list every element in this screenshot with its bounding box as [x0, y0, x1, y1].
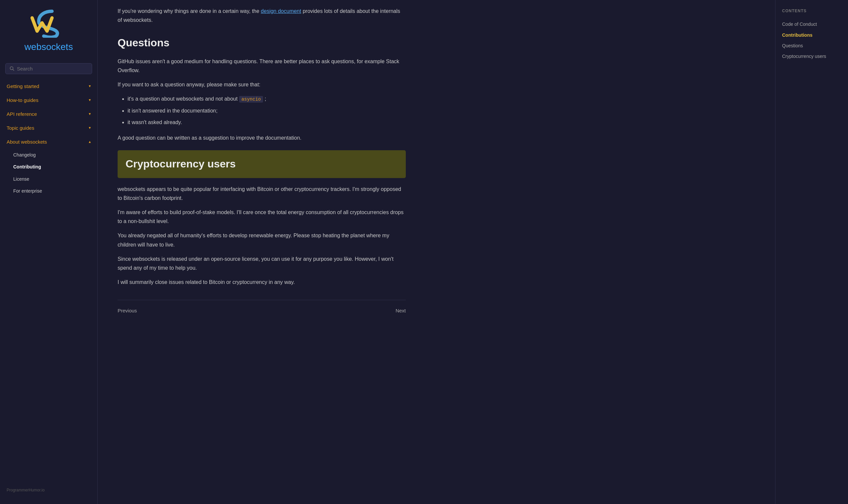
sidebar-sub-contributing[interactable]: Contributing: [0, 161, 98, 173]
sidebar-item-api-reference[interactable]: API reference ▾: [0, 107, 98, 121]
main-content: If you're wondering why things are done …: [98, 0, 495, 504]
questions-heading: Questions: [118, 34, 406, 51]
questions-list: it's a question about websockets and not…: [127, 94, 406, 127]
sidebar-item-topic-guides[interactable]: Topic guides ▾: [0, 121, 98, 135]
chevron-down-icon: ▾: [89, 97, 91, 103]
intro-paragraph: If you're wondering why things are done …: [118, 6, 406, 24]
crypto-p3: You already negated all of humanity's ef…: [118, 231, 406, 249]
search-box[interactable]: [5, 63, 92, 74]
nav-section: Getting started ▾ How-to guides ▾ API re…: [0, 79, 98, 200]
sidebar-sub-changelog[interactable]: Changelog: [0, 149, 98, 161]
footer-text: ProgrammerHumor.io: [0, 483, 98, 498]
sidebar-item-about-websockets[interactable]: About websockets ▴: [0, 135, 98, 149]
questions-p3: A good question can be written as a sugg…: [118, 133, 406, 142]
toc-item-cryptocurrency-users[interactable]: Cryptocurrency users: [782, 51, 842, 61]
crypto-p1: websockets appears to be quite popular f…: [118, 185, 406, 202]
sidebar-item-getting-started[interactable]: Getting started ▾: [0, 79, 98, 93]
chevron-down-icon: ▾: [89, 83, 91, 89]
asyncio-code: asyncio: [239, 96, 263, 103]
sidebar-sub-license[interactable]: License: [0, 173, 98, 185]
sidebar-sub-for-enterprise[interactable]: For enterprise: [0, 185, 98, 197]
svg-line-1: [13, 70, 14, 71]
next-button[interactable]: Next: [396, 307, 406, 315]
bottom-navigation: Previous Next: [118, 300, 406, 315]
questions-p1: GitHub issues aren't a good medium for h…: [118, 57, 406, 75]
list-item: it's a question about websockets and not…: [127, 94, 406, 104]
search-input[interactable]: [17, 66, 88, 71]
logo-text: websockets: [24, 40, 73, 55]
questions-p2: If you want to ask a question anyway, pl…: [118, 80, 406, 89]
crypto-p5: I will summarily close issues related to…: [118, 278, 406, 287]
chevron-down-icon: ▾: [89, 125, 91, 131]
cryptocurrency-users-heading-block: Cryptocurrency users: [118, 150, 406, 178]
content-area: If you're wondering why things are done …: [118, 6, 406, 315]
chevron-up-icon: ▴: [89, 139, 91, 145]
crypto-p4: Since websockets is released under an op…: [118, 254, 406, 272]
logo-area: websockets: [0, 0, 98, 60]
previous-button[interactable]: Previous: [118, 307, 137, 315]
sidebar: websockets Getting started ▾ How-to guid…: [0, 0, 98, 504]
chevron-down-icon: ▾: [89, 111, 91, 117]
sidebar-item-how-to-guides[interactable]: How-to guides ▾: [0, 93, 98, 107]
cryptocurrency-heading: Cryptocurrency users: [125, 156, 398, 173]
logo-image: [29, 8, 69, 38]
table-of-contents: CONTENTS Code of Conduct Contributions Q…: [775, 0, 848, 504]
search-icon: [10, 66, 14, 71]
list-item: it wasn't asked already.: [127, 118, 406, 127]
design-document-link[interactable]: design document: [261, 8, 301, 14]
toc-item-contributions[interactable]: Contributions: [782, 30, 842, 40]
crypto-p2: I'm aware of efforts to build proof-of-s…: [118, 208, 406, 226]
toc-item-questions[interactable]: Questions: [782, 40, 842, 51]
toc-title: CONTENTS: [782, 8, 842, 14]
toc-item-code-of-conduct[interactable]: Code of Conduct: [782, 19, 842, 30]
list-item: it isn't answered in the documentation;: [127, 106, 406, 115]
